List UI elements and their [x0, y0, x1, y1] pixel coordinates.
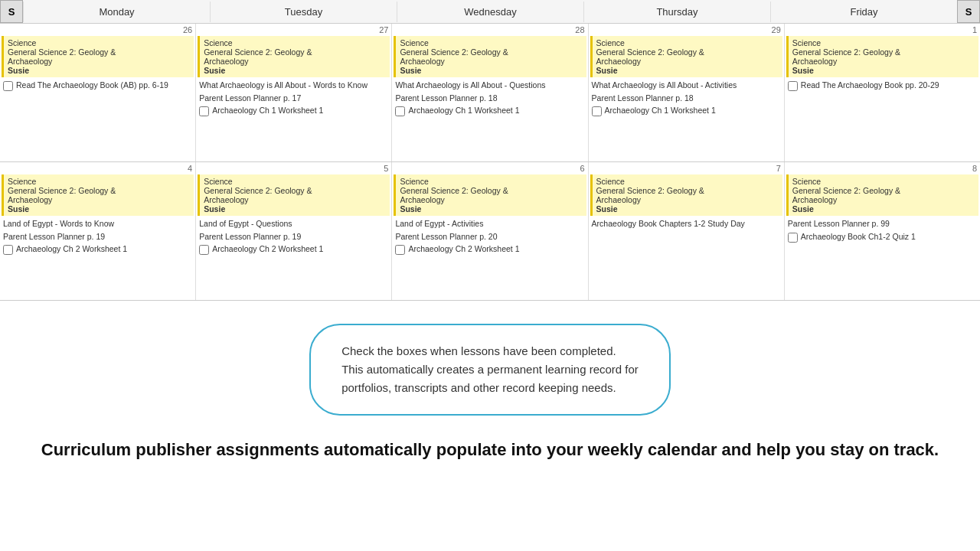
subject-line3: Archaeology [204, 195, 386, 204]
bottom-text-area: Curriculum publisher assignments automat… [0, 431, 980, 485]
week2-tuesday: 5 Science General Science 2: Geology & A… [195, 162, 391, 300]
assignment-w1-wed-2: Parent Lesson Planner p. 18 [395, 93, 584, 104]
subject-line4: Susie [596, 66, 779, 75]
subject-line3: Archaeology [204, 57, 386, 66]
subject-line2: General Science 2: Geology & [204, 47, 386, 57]
subject-line3: Archaeology [596, 57, 779, 66]
week1-friday: 1 Science General Science 2: Geology & A… [784, 24, 980, 161]
day-header-wednesday: Wednesday [397, 2, 583, 22]
assignment-w1-wed-3[interactable]: Archaeology Ch 1 Worksheet 1 [395, 106, 584, 116]
date-26: 26 [0, 24, 195, 36]
subject-block-w2-wed: Science General Science 2: Geology & Arc… [394, 174, 586, 216]
subject-line3: Archaeology [400, 195, 582, 204]
subject-line4: Susie [204, 204, 386, 214]
checkbox-w1-fri-1[interactable] [788, 81, 798, 91]
subject-line2: General Science 2: Geology & [792, 186, 975, 195]
subject-block-w1-fri: Science General Science 2: Geology & Arc… [786, 36, 978, 77]
checkbox-w2-tue-1[interactable] [199, 245, 209, 255]
day-header-tuesday: Tuesday [210, 2, 397, 22]
assignment-w2-tue-1: Land of Egypt - Questions [199, 219, 388, 230]
subject-block-w1-tue: Science General Science 2: Geology & Arc… [198, 36, 390, 77]
subject-line1: Science [792, 177, 975, 186]
subject-block-w1-wed: Science General Science 2: Geology & Arc… [394, 36, 586, 77]
subject-line2: General Science 2: Geology & [596, 47, 779, 57]
week1-thursday: 29 Science General Science 2: Geology & … [588, 24, 784, 161]
week2-row: 4 Science General Science 2: Geology & A… [0, 162, 980, 301]
subject-line4: Susie [8, 66, 190, 75]
subject-line3: Archaeology [400, 57, 582, 66]
assignment-w2-tue-3[interactable]: Archaeology Ch 2 Worksheet 1 [199, 244, 388, 255]
week2-thursday: 7 Science General Science 2: Geology & A… [588, 162, 784, 300]
subject-line2: General Science 2: Geology & [596, 186, 779, 195]
checkbox-w1-tue-1[interactable] [199, 106, 209, 116]
assignment-w1-tue-3[interactable]: Archaeology Ch 1 Worksheet 1 [199, 106, 388, 116]
day-header-friday: Friday [770, 2, 957, 22]
subject-line4: Susie [400, 204, 582, 214]
subject-line2: General Science 2: Geology & [792, 47, 975, 57]
assignment-w1-thu-3[interactable]: Archaeology Ch 1 Worksheet 1 [592, 106, 781, 116]
s-button-right[interactable]: S [957, 0, 980, 23]
subject-block-w1-thu: Science General Science 2: Geology & Arc… [590, 36, 782, 77]
assignment-w2-mon-1: Land of Egypt - Words to Know [3, 219, 192, 230]
tooltip-box: Check the boxes when lessons have been c… [309, 324, 671, 416]
subject-line2: General Science 2: Geology & [400, 47, 582, 57]
date-29: 29 [589, 24, 784, 36]
calendar-grid: 26 Science General Science 2: Geology & … [0, 24, 980, 301]
date-27: 27 [196, 24, 391, 36]
checkbox-w2-wed-1[interactable] [395, 245, 405, 255]
subject-block-w2-tue: Science General Science 2: Geology & Arc… [198, 174, 390, 216]
assignment-w2-wed-1: Land of Egypt - Activities [395, 219, 584, 230]
checkbox-w2-fri-1[interactable] [788, 233, 798, 243]
checkbox-w2-mon-1[interactable] [3, 245, 13, 255]
week1-monday: 26 Science General Science 2: Geology & … [0, 24, 195, 161]
subject-line4: Susie [204, 66, 386, 75]
date-5: 5 [196, 162, 391, 174]
subject-line4: Susie [792, 66, 975, 75]
assignment-w1-mon-1[interactable]: Read The Archaeology Book (AB) pp. 6-19 [3, 80, 192, 91]
subject-line1: Science [792, 38, 975, 47]
tooltip-text: Check the boxes when lessons have been c… [341, 342, 639, 397]
assignment-w2-mon-2: Parent Lesson Planner p. 19 [3, 232, 192, 243]
subject-line1: Science [400, 38, 582, 47]
assignment-w2-wed-2: Parent Lesson Planner p. 20 [395, 232, 584, 243]
calendar-header: S Monday Tuesday Wednesday Thursday Frid… [0, 0, 980, 24]
assignment-w1-fri-1[interactable]: Read The Archaeology Book pp. 20-29 [788, 80, 977, 91]
subject-line2: General Science 2: Geology & [204, 186, 386, 195]
s-button-left[interactable]: S [0, 0, 23, 23]
assignment-w2-fri-1: Parent Lesson Planner p. 99 [788, 219, 977, 230]
subject-line4: Susie [596, 204, 779, 214]
assignment-w2-mon-3[interactable]: Archaeology Ch 2 Worksheet 1 [3, 244, 192, 255]
date-1: 1 [785, 24, 980, 36]
assignment-w2-wed-3[interactable]: Archaeology Ch 2 Worksheet 1 [395, 244, 584, 255]
week1-wednesday: 28 Science General Science 2: Geology & … [391, 24, 587, 161]
day-header-thursday: Thursday [583, 2, 770, 22]
bottom-text: Curriculum publisher assignments automat… [31, 439, 949, 462]
checkbox-w1-wed-1[interactable] [395, 106, 405, 116]
subject-line1: Science [8, 38, 190, 47]
checkbox-w1-mon-1[interactable] [3, 81, 13, 91]
assignment-w1-tue-2: Parent Lesson Planner p. 17 [199, 93, 388, 104]
subject-block-w2-mon: Science General Science 2: Geology & Arc… [2, 174, 194, 216]
assignment-w1-wed-1: What Archaeology is All About - Question… [395, 80, 584, 91]
subject-line3: Archaeology [792, 57, 975, 66]
checkbox-w1-thu-1[interactable] [592, 106, 602, 116]
week1-tuesday: 27 Science General Science 2: Geology & … [195, 24, 391, 161]
assignment-w2-fri-2[interactable]: Archaeology Book Ch1-2 Quiz 1 [788, 232, 977, 243]
tooltip-area: Check the boxes when lessons have been c… [0, 301, 980, 431]
subject-line3: Archaeology [596, 195, 779, 204]
subject-line1: Science [8, 177, 190, 186]
subject-line3: Archaeology [8, 57, 190, 66]
week2-wednesday: 6 Science General Science 2: Geology & A… [391, 162, 587, 300]
date-7: 7 [589, 162, 784, 174]
date-6: 6 [392, 162, 587, 174]
assignment-w2-tue-2: Parent Lesson Planner p. 19 [199, 232, 388, 243]
subject-block-w1-mon: Science General Science 2: Geology & Arc… [2, 36, 194, 77]
week1-row: 26 Science General Science 2: Geology & … [0, 24, 980, 162]
date-8: 8 [785, 162, 980, 174]
assignment-w1-tue-1: What Archaeology is All About - Words to… [199, 80, 388, 91]
assignment-w1-thu-2: Parent Lesson Planner p. 18 [592, 93, 781, 104]
subject-block-w2-thu: Science General Science 2: Geology & Arc… [590, 174, 782, 216]
subject-block-w2-fri: Science General Science 2: Geology & Arc… [786, 174, 978, 216]
subject-line1: Science [204, 38, 386, 47]
subject-line4: Susie [8, 204, 190, 214]
